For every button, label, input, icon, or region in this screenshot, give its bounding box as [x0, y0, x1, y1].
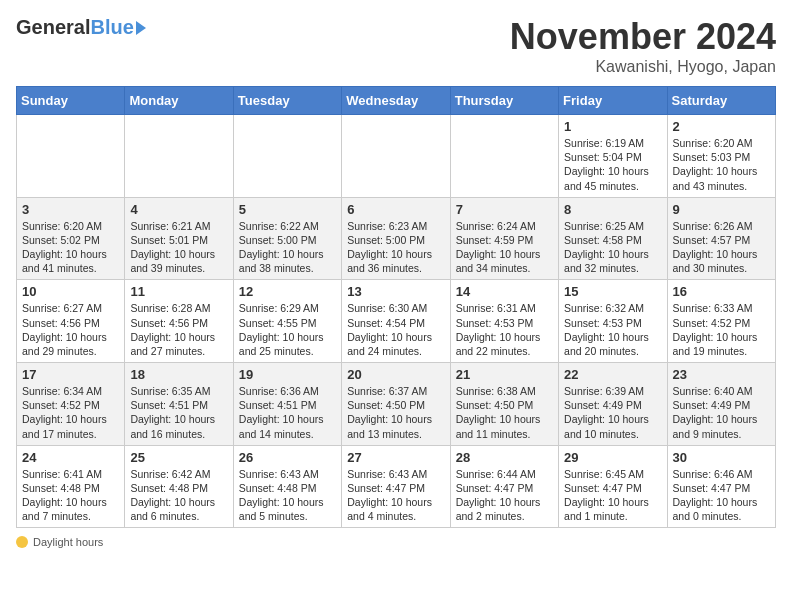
calendar-day-header: Thursday	[450, 87, 558, 115]
calendar-cell: 30Sunrise: 6:46 AM Sunset: 4:47 PM Dayli…	[667, 445, 775, 528]
day-info: Sunrise: 6:36 AM Sunset: 4:51 PM Dayligh…	[239, 384, 336, 441]
day-number: 26	[239, 450, 336, 465]
calendar-cell: 24Sunrise: 6:41 AM Sunset: 4:48 PM Dayli…	[17, 445, 125, 528]
title-section: November 2024 Kawanishi, Hyogo, Japan	[510, 16, 776, 76]
day-number: 23	[673, 367, 770, 382]
day-info: Sunrise: 6:23 AM Sunset: 5:00 PM Dayligh…	[347, 219, 444, 276]
day-number: 16	[673, 284, 770, 299]
day-number: 3	[22, 202, 119, 217]
day-number: 4	[130, 202, 227, 217]
day-number: 28	[456, 450, 553, 465]
day-number: 25	[130, 450, 227, 465]
day-number: 1	[564, 119, 661, 134]
day-info: Sunrise: 6:34 AM Sunset: 4:52 PM Dayligh…	[22, 384, 119, 441]
calendar-cell: 22Sunrise: 6:39 AM Sunset: 4:49 PM Dayli…	[559, 363, 667, 446]
calendar-cell: 6Sunrise: 6:23 AM Sunset: 5:00 PM Daylig…	[342, 197, 450, 280]
calendar-week-row: 1Sunrise: 6:19 AM Sunset: 5:04 PM Daylig…	[17, 115, 776, 198]
day-number: 9	[673, 202, 770, 217]
calendar-cell: 7Sunrise: 6:24 AM Sunset: 4:59 PM Daylig…	[450, 197, 558, 280]
day-info: Sunrise: 6:44 AM Sunset: 4:47 PM Dayligh…	[456, 467, 553, 524]
calendar-cell: 8Sunrise: 6:25 AM Sunset: 4:58 PM Daylig…	[559, 197, 667, 280]
day-number: 27	[347, 450, 444, 465]
day-info: Sunrise: 6:29 AM Sunset: 4:55 PM Dayligh…	[239, 301, 336, 358]
day-number: 15	[564, 284, 661, 299]
day-number: 14	[456, 284, 553, 299]
day-info: Sunrise: 6:41 AM Sunset: 4:48 PM Dayligh…	[22, 467, 119, 524]
day-number: 7	[456, 202, 553, 217]
day-info: Sunrise: 6:32 AM Sunset: 4:53 PM Dayligh…	[564, 301, 661, 358]
page-header: General Blue November 2024 Kawanishi, Hy…	[16, 16, 776, 76]
legend-daylight-dot	[16, 536, 28, 548]
logo-general-text: General	[16, 16, 90, 39]
calendar-cell	[342, 115, 450, 198]
day-info: Sunrise: 6:39 AM Sunset: 4:49 PM Dayligh…	[564, 384, 661, 441]
day-info: Sunrise: 6:24 AM Sunset: 4:59 PM Dayligh…	[456, 219, 553, 276]
day-number: 17	[22, 367, 119, 382]
calendar-cell: 2Sunrise: 6:20 AM Sunset: 5:03 PM Daylig…	[667, 115, 775, 198]
day-number: 30	[673, 450, 770, 465]
month-title: November 2024	[510, 16, 776, 58]
calendar-table: SundayMondayTuesdayWednesdayThursdayFrid…	[16, 86, 776, 528]
calendar-cell: 5Sunrise: 6:22 AM Sunset: 5:00 PM Daylig…	[233, 197, 341, 280]
day-info: Sunrise: 6:21 AM Sunset: 5:01 PM Dayligh…	[130, 219, 227, 276]
day-number: 19	[239, 367, 336, 382]
calendar-week-row: 3Sunrise: 6:20 AM Sunset: 5:02 PM Daylig…	[17, 197, 776, 280]
logo: General Blue	[16, 16, 146, 39]
calendar-cell: 10Sunrise: 6:27 AM Sunset: 4:56 PM Dayli…	[17, 280, 125, 363]
day-info: Sunrise: 6:35 AM Sunset: 4:51 PM Dayligh…	[130, 384, 227, 441]
day-number: 22	[564, 367, 661, 382]
day-info: Sunrise: 6:31 AM Sunset: 4:53 PM Dayligh…	[456, 301, 553, 358]
day-number: 2	[673, 119, 770, 134]
calendar-week-row: 17Sunrise: 6:34 AM Sunset: 4:52 PM Dayli…	[17, 363, 776, 446]
day-info: Sunrise: 6:33 AM Sunset: 4:52 PM Dayligh…	[673, 301, 770, 358]
day-number: 21	[456, 367, 553, 382]
day-number: 29	[564, 450, 661, 465]
day-info: Sunrise: 6:20 AM Sunset: 5:03 PM Dayligh…	[673, 136, 770, 193]
calendar-cell: 12Sunrise: 6:29 AM Sunset: 4:55 PM Dayli…	[233, 280, 341, 363]
calendar-cell: 15Sunrise: 6:32 AM Sunset: 4:53 PM Dayli…	[559, 280, 667, 363]
calendar-cell: 19Sunrise: 6:36 AM Sunset: 4:51 PM Dayli…	[233, 363, 341, 446]
day-info: Sunrise: 6:43 AM Sunset: 4:47 PM Dayligh…	[347, 467, 444, 524]
calendar-cell: 14Sunrise: 6:31 AM Sunset: 4:53 PM Dayli…	[450, 280, 558, 363]
calendar-body: 1Sunrise: 6:19 AM Sunset: 5:04 PM Daylig…	[17, 115, 776, 528]
calendar-cell: 17Sunrise: 6:34 AM Sunset: 4:52 PM Dayli…	[17, 363, 125, 446]
day-number: 13	[347, 284, 444, 299]
calendar-day-header: Sunday	[17, 87, 125, 115]
day-info: Sunrise: 6:27 AM Sunset: 4:56 PM Dayligh…	[22, 301, 119, 358]
day-number: 6	[347, 202, 444, 217]
calendar-cell: 4Sunrise: 6:21 AM Sunset: 5:01 PM Daylig…	[125, 197, 233, 280]
calendar-cell: 20Sunrise: 6:37 AM Sunset: 4:50 PM Dayli…	[342, 363, 450, 446]
location-text: Kawanishi, Hyogo, Japan	[510, 58, 776, 76]
calendar-day-header: Friday	[559, 87, 667, 115]
calendar-day-header: Saturday	[667, 87, 775, 115]
logo-arrow-icon	[136, 21, 146, 35]
day-info: Sunrise: 6:28 AM Sunset: 4:56 PM Dayligh…	[130, 301, 227, 358]
day-info: Sunrise: 6:22 AM Sunset: 5:00 PM Dayligh…	[239, 219, 336, 276]
calendar-cell: 13Sunrise: 6:30 AM Sunset: 4:54 PM Dayli…	[342, 280, 450, 363]
calendar-week-row: 24Sunrise: 6:41 AM Sunset: 4:48 PM Dayli…	[17, 445, 776, 528]
calendar-day-header: Monday	[125, 87, 233, 115]
calendar-cell: 23Sunrise: 6:40 AM Sunset: 4:49 PM Dayli…	[667, 363, 775, 446]
day-info: Sunrise: 6:19 AM Sunset: 5:04 PM Dayligh…	[564, 136, 661, 193]
day-info: Sunrise: 6:30 AM Sunset: 4:54 PM Dayligh…	[347, 301, 444, 358]
day-info: Sunrise: 6:43 AM Sunset: 4:48 PM Dayligh…	[239, 467, 336, 524]
calendar-cell: 18Sunrise: 6:35 AM Sunset: 4:51 PM Dayli…	[125, 363, 233, 446]
legend: Daylight hours	[16, 536, 776, 548]
logo-blue-text: Blue	[90, 16, 133, 39]
calendar-cell: 28Sunrise: 6:44 AM Sunset: 4:47 PM Dayli…	[450, 445, 558, 528]
calendar-cell	[450, 115, 558, 198]
day-info: Sunrise: 6:46 AM Sunset: 4:47 PM Dayligh…	[673, 467, 770, 524]
day-info: Sunrise: 6:45 AM Sunset: 4:47 PM Dayligh…	[564, 467, 661, 524]
calendar-day-header: Wednesday	[342, 87, 450, 115]
day-info: Sunrise: 6:25 AM Sunset: 4:58 PM Dayligh…	[564, 219, 661, 276]
day-info: Sunrise: 6:38 AM Sunset: 4:50 PM Dayligh…	[456, 384, 553, 441]
day-info: Sunrise: 6:42 AM Sunset: 4:48 PM Dayligh…	[130, 467, 227, 524]
day-number: 12	[239, 284, 336, 299]
calendar-cell	[17, 115, 125, 198]
calendar-cell: 3Sunrise: 6:20 AM Sunset: 5:02 PM Daylig…	[17, 197, 125, 280]
day-number: 10	[22, 284, 119, 299]
calendar-cell: 25Sunrise: 6:42 AM Sunset: 4:48 PM Dayli…	[125, 445, 233, 528]
day-info: Sunrise: 6:26 AM Sunset: 4:57 PM Dayligh…	[673, 219, 770, 276]
legend-daylight-label: Daylight hours	[33, 536, 103, 548]
day-number: 11	[130, 284, 227, 299]
